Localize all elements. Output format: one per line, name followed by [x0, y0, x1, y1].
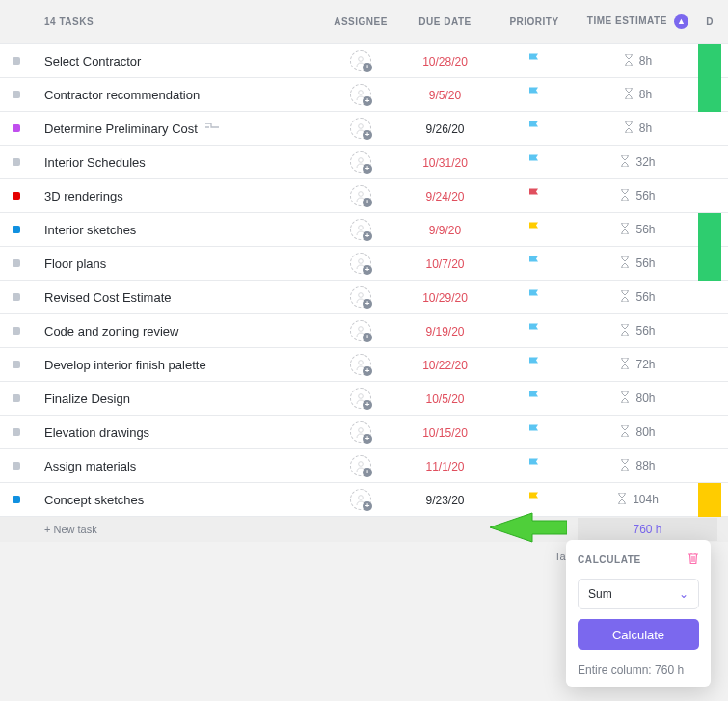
priority-flag-icon[interactable] [527, 491, 542, 505]
time-estimate-value[interactable]: 8h [639, 121, 652, 135]
task-name[interactable]: Interior Schedules [44, 155, 146, 170]
time-estimate-value[interactable]: 8h [639, 54, 652, 67]
assignee-add-button[interactable]: + [350, 455, 371, 476]
calculate-button[interactable]: Calculate [578, 619, 699, 650]
priority-flag-icon[interactable] [527, 390, 542, 404]
assignee-add-button[interactable]: + [350, 388, 371, 409]
priority-flag-icon[interactable] [527, 86, 542, 100]
column-header-assignee[interactable]: ASSIGNEE [322, 16, 399, 27]
assignee-add-button[interactable]: + [350, 185, 371, 206]
priority-flag-icon[interactable] [527, 356, 542, 370]
time-estimate-value[interactable]: 56h [635, 324, 655, 337]
time-estimate-value[interactable]: 56h [635, 189, 655, 202]
task-name[interactable]: Develop interior finish palette [44, 358, 206, 372]
priority-flag-icon[interactable] [527, 120, 542, 134]
status-square[interactable] [13, 361, 20, 368]
status-square[interactable] [13, 462, 20, 470]
due-date[interactable]: 10/15/20 [422, 426, 468, 440]
assignee-add-button[interactable]: + [350, 354, 371, 375]
table-row[interactable]: Floor plans+10/7/2056h [0, 247, 728, 281]
assignee-add-button[interactable]: + [350, 151, 371, 173]
table-row[interactable]: Select Contractor+10/28/208h [0, 44, 728, 78]
priority-flag-icon[interactable] [527, 187, 542, 202]
assignee-add-button[interactable]: + [350, 253, 371, 274]
status-square[interactable] [13, 158, 20, 166]
task-name[interactable]: Code and zoning review [44, 324, 178, 338]
assignee-add-button[interactable]: + [350, 320, 371, 341]
assignee-add-button[interactable]: + [350, 118, 371, 139]
status-square[interactable] [13, 428, 20, 436]
due-date[interactable]: 10/5/20 [425, 392, 464, 406]
table-row[interactable]: Revised Cost Estimate+10/29/2056h [0, 281, 728, 314]
due-date[interactable]: 9/9/20 [429, 224, 461, 237]
priority-flag-icon[interactable] [527, 288, 542, 303]
status-square[interactable] [13, 124, 20, 132]
task-name[interactable]: 3D renderings [44, 189, 123, 203]
due-date[interactable]: 9/23/20 [425, 494, 464, 507]
assignee-add-button[interactable]: + [350, 489, 371, 510]
priority-flag-icon[interactable] [527, 423, 542, 438]
time-estimate-value[interactable]: 56h [635, 223, 655, 236]
time-estimate-value[interactable]: 56h [635, 256, 655, 270]
time-estimate-value[interactable]: 80h [635, 391, 655, 405]
subtasks-icon[interactable] [205, 123, 219, 133]
priority-flag-icon[interactable] [527, 221, 542, 235]
due-date[interactable]: 10/22/20 [422, 359, 468, 372]
status-square[interactable] [13, 226, 20, 233]
table-row[interactable]: Code and zoning review+9/19/2056h [0, 314, 728, 348]
table-row[interactable]: Assign materials+11/1/2088h [0, 449, 728, 483]
task-name[interactable]: Contractor recommendation [44, 88, 200, 102]
due-date[interactable]: 9/26/20 [425, 122, 464, 136]
due-date[interactable]: 10/31/20 [422, 156, 468, 170]
task-name[interactable]: Floor plans [44, 256, 106, 271]
assignee-add-button[interactable]: + [350, 286, 371, 308]
priority-flag-icon[interactable] [527, 52, 542, 67]
task-name[interactable]: Assign materials [44, 459, 136, 473]
table-row[interactable]: Finalize Design+10/5/2080h [0, 382, 728, 416]
status-square[interactable] [13, 57, 20, 65]
task-name[interactable]: Interior sketches [44, 223, 136, 237]
aggregate-select[interactable]: Sum ⌄ [578, 579, 699, 609]
delete-icon[interactable] [688, 552, 699, 567]
status-square[interactable] [13, 91, 20, 98]
time-estimate-value[interactable]: 72h [635, 358, 655, 371]
sort-indicator-icon[interactable]: ▲ [674, 14, 688, 29]
status-square[interactable] [13, 394, 20, 402]
due-date[interactable]: 11/1/20 [425, 460, 464, 473]
column-header-time-estimate[interactable]: TIME ESTIMATE ▲ [578, 14, 698, 29]
column-header-priority[interactable]: PRIORITY [491, 16, 578, 27]
task-name[interactable]: Select Contractor [44, 54, 141, 68]
table-row[interactable]: Concept sketches+9/23/20104h [0, 483, 728, 517]
due-date[interactable]: 10/28/20 [422, 55, 468, 68]
status-square[interactable] [13, 496, 20, 503]
due-date[interactable]: 9/24/20 [425, 190, 464, 203]
task-name[interactable]: Determine Preliminary Cost [44, 121, 198, 136]
due-date[interactable]: 10/29/20 [422, 291, 468, 305]
status-square[interactable] [13, 293, 20, 301]
task-name[interactable]: Revised Cost Estimate [44, 290, 172, 305]
task-name[interactable]: Concept sketches [44, 493, 144, 507]
table-row[interactable]: Contractor recommendation+9/5/208h [0, 78, 728, 112]
table-row[interactable]: Elevation drawings+10/15/2080h [0, 416, 728, 449]
priority-flag-icon[interactable] [527, 457, 542, 472]
status-square[interactable] [13, 259, 20, 267]
task-name[interactable]: Finalize Design [44, 391, 130, 406]
due-date[interactable]: 9/5/20 [429, 89, 461, 102]
time-estimate-value[interactable]: 32h [635, 155, 655, 169]
table-row[interactable]: Interior sketches+9/9/2056h [0, 213, 728, 247]
due-date[interactable]: 10/7/20 [425, 257, 464, 271]
time-estimate-value[interactable]: 104h [633, 493, 659, 506]
status-square[interactable] [13, 192, 20, 200]
time-estimate-value[interactable]: 88h [635, 459, 655, 472]
assignee-add-button[interactable]: + [350, 50, 371, 71]
due-date[interactable]: 9/19/20 [425, 325, 464, 338]
table-row[interactable]: Interior Schedules+10/31/2032h [0, 146, 728, 179]
new-task-button[interactable]: + New task [33, 524, 322, 535]
time-estimate-value[interactable]: 8h [639, 88, 652, 101]
assignee-add-button[interactable]: + [350, 219, 371, 240]
column-sum-box[interactable]: 760 h [578, 518, 717, 541]
time-estimate-value[interactable]: 80h [635, 425, 655, 439]
task-name[interactable]: Elevation drawings [44, 425, 149, 440]
assignee-add-button[interactable]: + [350, 84, 371, 105]
priority-flag-icon[interactable] [527, 153, 542, 168]
